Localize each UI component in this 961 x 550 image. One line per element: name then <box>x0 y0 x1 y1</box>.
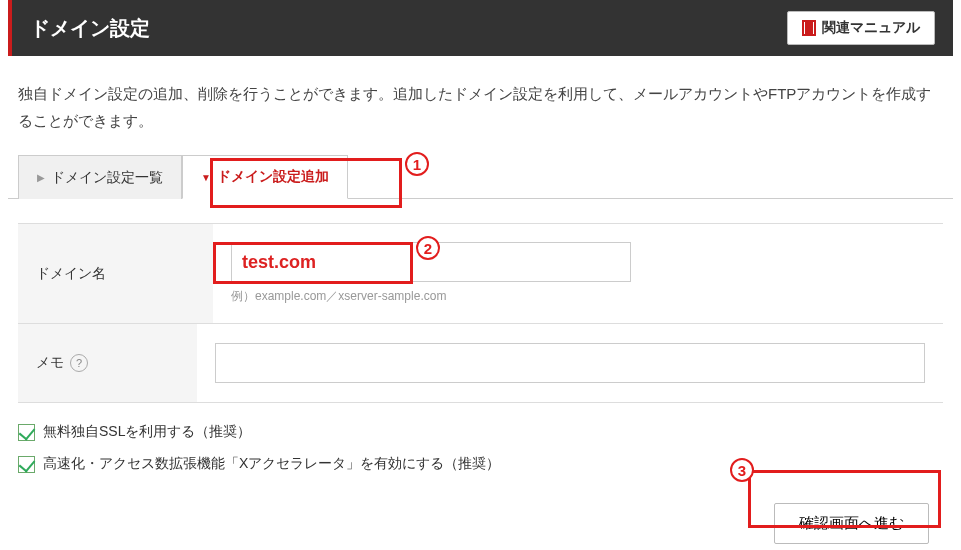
domain-field-cell: 例）example.com／xserver-sample.com <box>213 224 943 323</box>
related-manual-button[interactable]: 関連マニュアル <box>787 11 935 45</box>
domain-input[interactable] <box>231 242 631 282</box>
confirm-button[interactable]: 確認画面へ進む <box>774 503 929 544</box>
domain-label: ドメイン名 <box>18 224 213 323</box>
check-xaccelerator[interactable]: 高速化・アクセス数拡張機能「Xアクセラレータ」を有効にする（推奨） <box>18 455 943 473</box>
check-label: 無料独自SSLを利用する（推奨） <box>43 423 251 441</box>
checkbox-group: 無料独自SSLを利用する（推奨） 高速化・アクセス数拡張機能「Xアクセラレータ」… <box>18 423 943 473</box>
form-table: ドメイン名 例）example.com／xserver-sample.com メ… <box>18 223 943 403</box>
checkbox-icon <box>18 456 35 473</box>
page-title: ドメイン設定 <box>30 15 150 42</box>
form-row-domain: ドメイン名 例）example.com／xserver-sample.com <box>18 223 943 324</box>
tab-label: ドメイン設定一覧 <box>51 169 163 187</box>
memo-input[interactable] <box>215 343 925 383</box>
tab-list: ▶ ドメイン設定一覧 ▼ ドメイン設定追加 <box>8 154 953 199</box>
book-icon <box>802 20 816 36</box>
memo-field-cell <box>197 324 943 402</box>
page-description: 独自ドメイン設定の追加、削除を行うことができます。追加したドメイン設定を利用して… <box>8 80 953 134</box>
domain-hint: 例）example.com／xserver-sample.com <box>231 288 925 305</box>
memo-label-text: メモ <box>36 354 64 372</box>
manual-button-label: 関連マニュアル <box>822 19 920 37</box>
help-icon[interactable]: ? <box>70 354 88 372</box>
memo-label: メモ ? <box>18 324 197 402</box>
form-row-memo: メモ ? <box>18 324 943 403</box>
checkbox-icon <box>18 424 35 441</box>
chevron-down-icon: ▼ <box>201 172 211 183</box>
page-wrap: ドメイン設定 関連マニュアル 独自ドメイン設定の追加、削除を行うことができます。… <box>0 0 961 550</box>
check-free-ssl[interactable]: 無料独自SSLを利用する（推奨） <box>18 423 943 441</box>
action-bar: 確認画面へ進む <box>8 503 953 550</box>
check-label: 高速化・アクセス数拡張機能「Xアクセラレータ」を有効にする（推奨） <box>43 455 500 473</box>
tab-label: ドメイン設定追加 <box>217 168 329 186</box>
chevron-right-icon: ▶ <box>37 172 45 183</box>
tab-domain-add[interactable]: ▼ ドメイン設定追加 <box>182 155 348 199</box>
page-header: ドメイン設定 関連マニュアル <box>8 0 953 56</box>
tab-domain-list[interactable]: ▶ ドメイン設定一覧 <box>18 155 182 199</box>
